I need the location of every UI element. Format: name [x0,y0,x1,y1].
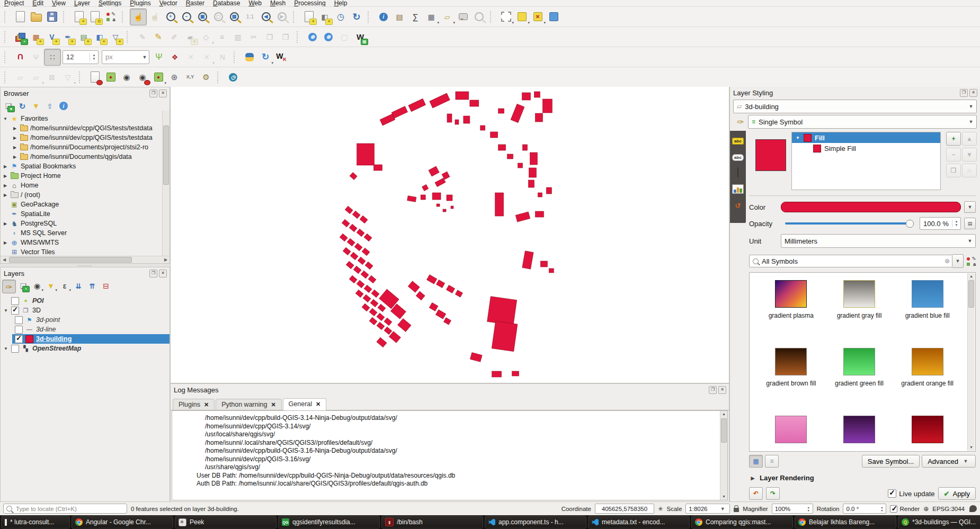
layer-item-3d-line[interactable]: —3d-line [12,325,170,334]
float-panel-icon[interactable]: ❐ [960,89,968,97]
browser-item-vector-tiles[interactable]: ⊞Vector Tiles [1,247,170,256]
statistical-summary-button[interactable]: ∑ [407,9,423,25]
filter-legend-expression-button[interactable]: ε [58,280,71,292]
float-panel-icon[interactable]: ❐ [149,89,157,97]
browser-item-postgresql[interactable]: ▶♞PostgreSQL [1,219,170,228]
symbol-gradient-green-fill[interactable]: gradient green fill [825,348,894,394]
layer-item-3d-point[interactable]: ⚑3d-point [12,315,170,325]
view-3d-tab[interactable] [737,168,738,177]
diagrams-tab[interactable] [732,184,744,194]
snap-on-intersection-button[interactable]: ∷ [44,49,61,66]
symbol-gradient-blue-fill[interactable]: gradient blue fill [893,280,961,327]
menu-database[interactable]: Database [209,0,244,7]
taskbar-item-comparing-qgis-mast[interactable]: Comparing qgis:mast... [691,516,793,528]
temporal-controller-button[interactable]: ◷ [333,9,349,25]
new-print-layout-button[interactable]: ✶ [71,9,87,25]
what-k-plugin-button[interactable]: WK [273,49,289,65]
expander-icon[interactable]: ▶ [3,193,8,198]
capture-point-button[interactable]: ◉ [119,69,135,85]
browser-horizontal-scrollbar[interactable]: ◀ ▶ [1,256,170,263]
globe-mesh-button[interactable]: ⊛ [166,69,182,85]
add-selected-layers-button[interactable]: ❏● [2,100,15,112]
crs-indicator[interactable]: EPSG:3044 [932,506,965,512]
close-panel-icon[interactable]: ✕ [969,89,977,97]
expander-icon[interactable]: ▶ [3,240,8,245]
layer-item-3d-building[interactable]: 3d-building [12,334,170,344]
browser-item-home-isunni-dev-cpp-qgis-tests-testdata[interactable]: ▶/home/isunni/dev/cpp/QGIS/tests/testdat… [1,133,170,142]
log-vertical-scrollbar[interactable]: ▲ ▼ [720,411,727,500]
float-panel-icon[interactable]: ❐ [709,386,717,394]
field-calculator-button[interactable]: ▤ [391,9,407,25]
expand-all-layers-button[interactable]: ⇊ [72,280,85,292]
refresh-browser-button[interactable]: ↻ [16,100,29,112]
expander-icon[interactable]: ▼ [3,116,8,121]
layer-visibility-checkbox[interactable] [11,297,19,305]
settings-tool-button[interactable]: ⚙ [198,69,214,85]
add-group-button[interactable]: ❏+ [17,280,30,292]
pan-map-button[interactable]: ☝ [130,8,147,25]
layer-visibility-checkbox[interactable] [15,335,23,343]
collapse-all-button[interactable]: ⇧ [43,100,56,112]
menu-web[interactable]: Web [244,0,265,7]
scroll-up-icon[interactable]: ▲ [968,273,975,280]
symbol-gradient-orange-fill[interactable]: gradient orange fill [893,348,961,394]
browser-item-home-isunni-documents-qgis-data[interactable]: ▶/home/isunni/Documents/qgis/data [1,152,170,162]
open-data-source-manager-button[interactable]: + [12,29,28,45]
save-symbol-button[interactable]: Save Symbol... [862,455,920,468]
callouts-tab[interactable]: abc [732,151,744,161]
layer-visibility-checkbox[interactable] [15,316,23,324]
clear-search-icon[interactable]: ⊗ [945,257,950,265]
select-by-location-button[interactable] [546,9,562,25]
snapping-toggle-button[interactable]: U [12,49,28,65]
identify-features-button[interactable]: i [376,9,391,25]
expander-icon[interactable]: ▼ [795,136,800,140]
menu-mesh[interactable]: Mesh [266,0,290,7]
menu-processing[interactable]: Processing [290,0,329,7]
add-raster-layer-button[interactable]: ▦✶ [28,29,44,45]
scroll-down-icon[interactable]: ▼ [720,494,727,500]
python-console-button[interactable] [242,49,257,65]
browser-item-home[interactable]: ▶⌂Home [1,181,170,190]
styled-layer-select[interactable]: ▱ 3d-building ▼ [733,100,977,113]
expander-icon[interactable]: ▶ [3,183,8,188]
close-panel-icon[interactable]: ✕ [159,270,167,277]
taskbar-item-lutra-consult[interactable]: * lutra-consult... [1,516,70,528]
history-tab[interactable]: ↺ [735,201,741,210]
symbology-tab-icon[interactable]: ✑ [733,117,748,127]
browser-item-favorites[interactable]: ▼★Favorites [1,114,170,123]
data-defined-override-button[interactable]: ▤ [964,218,976,229]
symbol-node-simple-fill[interactable]: Simple Fill [792,143,940,154]
add-virtual-layer-button[interactable]: ▽✶ [108,29,123,45]
taskbar-item-angular-google-chr[interactable]: Angular - Google Chr... [72,516,173,528]
locator-input[interactable] [15,505,124,513]
layer-visibility-checkbox[interactable] [11,345,19,353]
log-tab-python-warning[interactable]: Python warning✕ [216,399,281,410]
svg-annotation-button[interactable]: ● [103,69,119,85]
labels-tab[interactable]: abc [732,135,744,145]
locator-box[interactable] [3,504,127,514]
taskbar-item-metadata-txt-encod[interactable]: metadata.txt - encod... [588,516,690,528]
plugin-reloader-button[interactable]: ↻ [257,49,273,65]
close-panel-icon[interactable]: ✕ [718,386,726,394]
symbol-search-box[interactable]: All Symbols ⊗ [749,255,952,267]
menu-plugins[interactable]: Plugins [126,0,155,7]
menu-vector[interactable]: Vector [155,0,182,7]
symbol-node-fill[interactable]: ▼ Fill [792,132,940,143]
avoid-overlap-button[interactable]: ❖ [167,49,183,65]
log-tab-general[interactable]: General✕ [283,398,327,410]
browser-item-home-isunni-dev-cpp-qgis-tests-testdata[interactable]: ▶/home/isunni/dev/cpp/QGIS/tests/testdat… [1,123,170,133]
layer-rendering-section[interactable]: ▶ Layer Rendering [750,474,976,482]
spin-arrows[interactable]: ▲▼ [952,220,960,227]
topological-editing-button[interactable]: Ψ [151,49,167,65]
symbol-filter-dropdown[interactable]: ▼ [952,254,964,268]
menu-settings[interactable]: Settings [94,0,126,7]
layer-visibility-checkbox[interactable] [15,326,23,334]
browser-item-spatialite[interactable]: ✒SpatiaLite [1,209,170,219]
refresh-map-button[interactable]: ↻ [349,9,364,25]
menu-project[interactable]: Project [0,0,28,7]
advanced-button[interactable]: Advanced▼ [922,455,976,468]
menu-view[interactable]: View [48,0,70,7]
style-manager-icon[interactable]: ✎a [967,257,976,266]
expander-icon[interactable]: ▶ [3,164,8,169]
browser-item-root[interactable]: ▶/ (root) [1,190,170,200]
